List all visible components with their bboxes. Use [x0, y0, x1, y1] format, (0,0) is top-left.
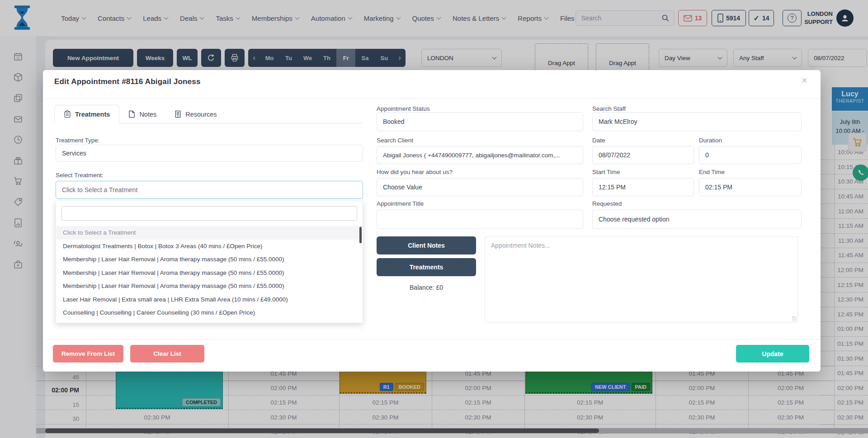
treatment-option-label: Click to Select a Treatment: [63, 229, 136, 236]
date-value: 08/07/2022: [599, 151, 630, 159]
remove-from-list-button[interactable]: Remove From List: [53, 345, 123, 363]
treatment-option-label: Membership | Laser Hair Removal | Aroma …: [63, 283, 284, 289]
modal-tabs: Treatments Notes Resources: [54, 105, 226, 123]
balance-text: Balance: £0: [377, 284, 476, 291]
tab-label: Treatments: [75, 111, 110, 118]
tab-resources[interactable]: Resources: [165, 105, 226, 123]
end-time-value: 02:15 PM: [705, 184, 732, 191]
appointment-status-label: Appointment Status: [377, 105, 430, 112]
notes-placeholder: Appointment Notes...: [491, 242, 550, 249]
header-divider: [43, 99, 821, 99]
treatment-option[interactable]: Membership | Laser Hair Removal | Aroma …: [57, 279, 362, 293]
select-treatment-value: Click to Select a Treatment: [62, 186, 137, 193]
treatment-option-label: Membership | Laser Hair Removal | Aroma …: [63, 256, 284, 263]
note-icon: [128, 110, 135, 118]
treatment-option[interactable]: Membership | Laser Hair Removal | Aroma …: [57, 266, 362, 280]
search-staff-value: Mark McElroy: [599, 118, 637, 125]
appointment-status-select[interactable]: Booked: [377, 112, 583, 131]
end-time-label: End Time: [699, 169, 725, 175]
treatment-type-label: Treatment Type:: [56, 137, 100, 144]
treatment-dropdown-panel: Click to Select a Treatment Dermatologis…: [56, 200, 363, 323]
treatment-options-list: Click to Select a Treatment Dermatologis…: [57, 226, 362, 320]
search-client-value: Abigail Joness ( +447490009777, abigailj…: [383, 152, 560, 159]
treatment-option-label: Laser Hair Removal | Extra small area | …: [63, 296, 288, 303]
appointment-title-input[interactable]: [377, 210, 583, 229]
search-client-input[interactable]: Abigail Joness ( +447490009777, abigailj…: [377, 146, 583, 164]
select-treatment-combo[interactable]: Click to Select a Treatment: [56, 181, 363, 199]
update-button[interactable]: Update: [736, 345, 809, 363]
building-icon: [175, 110, 181, 118]
search-staff-label: Search Staff: [592, 105, 626, 112]
clear-list-button[interactable]: Clear List: [130, 345, 204, 363]
treatment-search-input[interactable]: [61, 206, 357, 221]
appointment-notes-textarea[interactable]: Appointment Notes...: [485, 236, 798, 322]
tab-label: Notes: [139, 111, 156, 118]
modal-title: Edit Appointment #8116 Abigail Joness: [54, 77, 201, 86]
start-time-label: Start Time: [592, 169, 620, 175]
end-time-input[interactable]: 02:15 PM: [699, 178, 802, 196]
treatment-option-label: Membership | Laser Hair Removal | Aroma …: [63, 269, 284, 276]
treatment-option[interactable]: Laser Hair Removal | Extra small area | …: [57, 293, 362, 306]
close-icon[interactable]: ×: [802, 75, 807, 86]
tab-treatments[interactable]: Treatments: [54, 105, 119, 123]
duration-value: 0: [705, 151, 709, 159]
footer-divider: [43, 339, 821, 339]
edit-appointment-modal: Edit Appointment #8116 Abigail Joness × …: [43, 70, 821, 372]
duration-input[interactable]: 0: [699, 146, 802, 164]
tab-label: Resources: [185, 111, 217, 118]
requested-label: Requested: [592, 200, 622, 207]
client-notes-button[interactable]: Client Notes: [377, 236, 476, 254]
treatment-option[interactable]: Membership | Laser Hair Removal | Aroma …: [57, 253, 362, 266]
appointment-status-value: Booked: [383, 118, 404, 125]
app-screen: Today Contacts Leads Deals: [0, 0, 868, 438]
treatment-option-label: Dermatologist Treatments | Botox | Botox…: [63, 243, 262, 250]
treatment-option[interactable]: Dermatologist Treatments | Botox | Botox…: [57, 240, 362, 253]
search-staff-input[interactable]: Mark McElroy: [592, 112, 802, 131]
start-time-value: 12:15 PM: [599, 184, 626, 191]
hear-about-value: Choose Value: [383, 184, 422, 191]
appointment-title-label: Appointment Title: [377, 200, 424, 207]
duration-label: Duration: [699, 137, 722, 144]
treatment-type-select[interactable]: Services: [56, 145, 363, 162]
date-input[interactable]: 08/07/2022: [592, 146, 694, 164]
tab-notes[interactable]: Notes: [119, 105, 165, 123]
hear-about-label: How did you hear about us?: [377, 169, 453, 175]
hear-about-select[interactable]: Choose Value: [377, 178, 583, 196]
treatments-button[interactable]: Treatments: [377, 258, 476, 276]
treatment-type-value: Services: [62, 150, 86, 157]
date-label: Date: [592, 137, 605, 144]
start-time-input[interactable]: 12:15 PM: [592, 178, 694, 196]
treatment-option[interactable]: Counselling | Counselling | Career Couns…: [57, 306, 362, 320]
select-treatment-label: Select Treatment:: [56, 172, 104, 179]
resize-handle[interactable]: [792, 316, 797, 321]
dropdown-scrollbar-thumb[interactable]: [359, 227, 362, 243]
requested-value: Choose requested option: [599, 216, 669, 223]
clipboard-icon: [64, 110, 71, 118]
search-client-label: Search Client: [377, 137, 413, 144]
requested-select[interactable]: Choose requested option: [592, 210, 802, 229]
treatment-option[interactable]: Click to Select a Treatment: [57, 226, 362, 240]
treatment-option-label: Counselling | Counselling | Career Couns…: [63, 309, 255, 316]
